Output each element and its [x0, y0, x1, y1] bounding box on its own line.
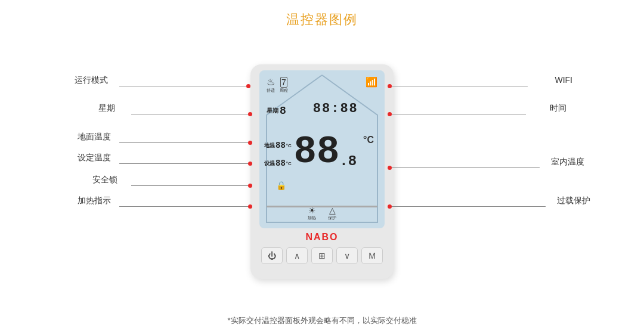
comfort-label: 舒适 — [267, 88, 275, 94]
ground-temp-line — [119, 142, 248, 143]
thermostat-screen: ♨ 舒适 7 周程 📶 星期 8 — [259, 70, 385, 228]
heat-icon-block: ☀ 加热 — [308, 206, 316, 221]
ground-temp-display: 地温 88 °C — [264, 141, 292, 150]
week-annot-label: 星期 — [98, 103, 115, 114]
set-temp-value: 88 — [275, 159, 286, 168]
safety-lock-line — [131, 185, 248, 186]
week-line — [131, 114, 248, 114]
set-temp-annot-label: 设定温度 — [78, 153, 111, 163]
top-icons-area: ♨ 舒适 7 周程 — [267, 76, 288, 94]
overload-label: 过载保护 — [557, 196, 590, 206]
bottom-icons-area: ☀ 加热 △ 保护 — [308, 206, 336, 221]
schedule-label: 周程 — [280, 88, 288, 94]
main-temp-value: 88 — [293, 133, 339, 171]
wifi-icon: 📶 — [366, 76, 377, 88]
time-line — [392, 114, 526, 114]
main-temp-display: 88.8 — [293, 133, 357, 171]
run-mode-line — [119, 86, 246, 86]
set-temp-label: 设温 — [264, 160, 275, 167]
schedule-icon-block: 7 周程 — [280, 77, 288, 94]
heat-icon: ☀ — [308, 206, 316, 215]
button-row: ⏻ ∧ ⊞ ∨ M — [261, 247, 383, 264]
week-value-text: 8 — [280, 105, 286, 117]
ground-temp-label: 地温 — [264, 142, 275, 150]
comfort-icon: ♨ — [267, 76, 275, 88]
safety-lock-label: 安全锁 — [92, 175, 117, 185]
power-button[interactable]: ⏻ — [261, 247, 283, 264]
comfort-icon-block: ♨ 舒适 — [267, 76, 275, 94]
set-temp-unit: °C — [286, 161, 292, 166]
brand-label: NABO — [305, 232, 338, 243]
indoor-temp-line — [392, 167, 540, 168]
week-display: 星期 8 — [267, 105, 286, 117]
temp-unit-display: °C — [363, 135, 374, 145]
page-title: 温控器图例 — [0, 0, 644, 29]
overload-line — [392, 206, 546, 207]
mode-button[interactable]: M — [361, 247, 383, 264]
main-container: ♨ 舒适 7 周程 📶 星期 8 — [0, 35, 644, 309]
run-mode-label: 运行模式 — [75, 75, 108, 86]
ground-temp-value: 88 — [275, 141, 286, 150]
up-button[interactable]: ∧ — [286, 247, 308, 264]
page-wrapper: 温控器图例 ♨ 舒适 7 周程 — [0, 0, 644, 332]
menu-button[interactable]: ⊞ — [311, 247, 333, 264]
wifi-line — [392, 86, 528, 86]
protect-icon-block: △ 保护 — [328, 206, 336, 221]
lock-icon: 🔒 — [276, 181, 286, 190]
ground-temp-unit: °C — [286, 143, 292, 148]
week-label-text: 星期 — [267, 107, 278, 115]
down-button[interactable]: ∨ — [336, 247, 358, 264]
wifi-label: WIFI — [555, 75, 572, 85]
set-temp-line — [119, 163, 248, 164]
heat-label: 加热 — [308, 215, 316, 221]
indoor-temp-label: 室内温度 — [551, 157, 584, 167]
time-label: 时间 — [550, 103, 566, 114]
schedule-icon: 7 — [280, 77, 287, 88]
set-temp-display: 设温 88 °C — [264, 159, 292, 168]
heat-indicator-line — [119, 206, 248, 207]
thermostat-device: ♨ 舒适 7 周程 📶 星期 8 — [250, 64, 394, 279]
ground-temp-label: 地面温度 — [78, 132, 111, 142]
footer-note: *实际交付温控器面板外观会略有不同，以实际交付稳准 — [227, 315, 416, 326]
heat-indicator-label: 加热指示 — [78, 196, 111, 206]
main-temp-decimal: .8 — [339, 154, 357, 169]
time-display: 88:88 — [313, 101, 358, 116]
protect-label: 保护 — [328, 215, 336, 221]
protect-icon: △ — [329, 206, 336, 215]
run-mode-dot — [246, 84, 250, 88]
